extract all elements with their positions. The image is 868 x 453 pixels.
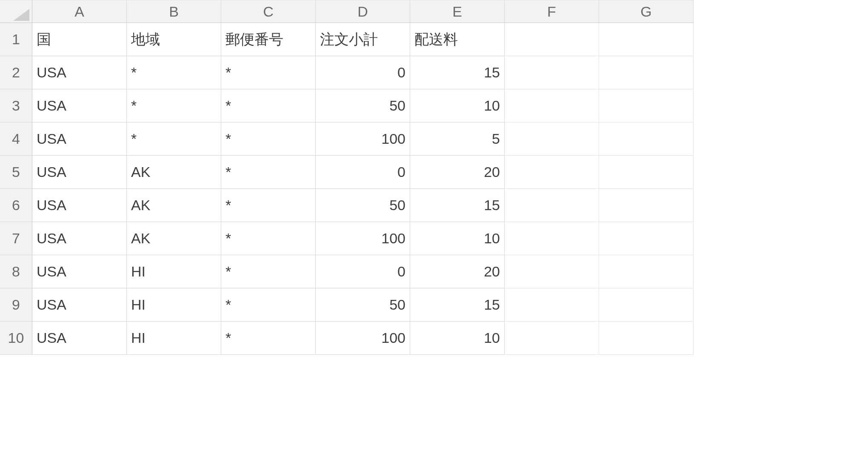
cell-F7[interactable] (505, 222, 599, 255)
cell-D10[interactable]: 100 (316, 322, 410, 355)
column-header-C[interactable]: C (221, 0, 316, 23)
row-header-5[interactable]: 5 (0, 156, 32, 189)
cell-E10[interactable]: 10 (410, 322, 505, 355)
cell-F8[interactable] (505, 255, 599, 288)
row-header-6[interactable]: 6 (0, 189, 32, 222)
cell-E8[interactable]: 20 (410, 255, 505, 288)
cell-A3[interactable]: USA (32, 89, 127, 123)
cell-F5[interactable] (505, 156, 599, 189)
cell-B6[interactable]: AK (127, 189, 221, 222)
cell-C7[interactable]: * (221, 222, 316, 255)
cell-D3[interactable]: 50 (316, 89, 410, 123)
cell-C2[interactable]: * (221, 56, 316, 89)
cell-E9[interactable]: 15 (410, 288, 505, 322)
cell-E7[interactable]: 10 (410, 222, 505, 255)
cell-G2[interactable] (599, 56, 694, 89)
cell-F3[interactable] (505, 89, 599, 123)
cell-C5[interactable]: * (221, 156, 316, 189)
cell-E6[interactable]: 15 (410, 189, 505, 222)
row-header-8[interactable]: 8 (0, 255, 32, 288)
cell-E5[interactable]: 20 (410, 156, 505, 189)
row-header-7[interactable]: 7 (0, 222, 32, 255)
cell-F1[interactable] (505, 23, 599, 56)
row-header-1[interactable]: 1 (0, 23, 32, 56)
row-header-2[interactable]: 2 (0, 56, 32, 89)
cell-B4[interactable]: * (127, 123, 221, 156)
cell-B8[interactable]: HI (127, 255, 221, 288)
table-row: 10 USA HI * 100 10 (0, 322, 868, 355)
cell-A7[interactable]: USA (32, 222, 127, 255)
cell-E4[interactable]: 5 (410, 123, 505, 156)
spreadsheet-grid[interactable]: A B C D E F G 1 国 地域 郵便番号 注文小計 配送料 2 USA… (0, 0, 868, 355)
cell-B7[interactable]: AK (127, 222, 221, 255)
cell-A1[interactable]: 国 (32, 23, 127, 56)
row-header-3[interactable]: 3 (0, 89, 32, 123)
cell-A2[interactable]: USA (32, 56, 127, 89)
table-row: 8 USA HI * 0 20 (0, 255, 868, 288)
cell-F6[interactable] (505, 189, 599, 222)
table-row: 5 USA AK * 0 20 (0, 156, 868, 189)
cell-C8[interactable]: * (221, 255, 316, 288)
cell-C6[interactable]: * (221, 189, 316, 222)
cell-F4[interactable] (505, 123, 599, 156)
table-row: 3 USA * * 50 10 (0, 89, 868, 123)
cell-G5[interactable] (599, 156, 694, 189)
table-row: 6 USA AK * 50 15 (0, 189, 868, 222)
cell-B1[interactable]: 地域 (127, 23, 221, 56)
cell-G7[interactable] (599, 222, 694, 255)
cell-B5[interactable]: AK (127, 156, 221, 189)
cell-D5[interactable]: 0 (316, 156, 410, 189)
cell-D2[interactable]: 0 (316, 56, 410, 89)
cell-A8[interactable]: USA (32, 255, 127, 288)
cell-F2[interactable] (505, 56, 599, 89)
cell-B3[interactable]: * (127, 89, 221, 123)
cell-B2[interactable]: * (127, 56, 221, 89)
cell-C3[interactable]: * (221, 89, 316, 123)
cell-D9[interactable]: 50 (316, 288, 410, 322)
column-header-B[interactable]: B (127, 0, 221, 23)
cell-E1[interactable]: 配送料 (410, 23, 505, 56)
cell-F10[interactable] (505, 322, 599, 355)
cell-E2[interactable]: 15 (410, 56, 505, 89)
cell-A6[interactable]: USA (32, 189, 127, 222)
cell-A5[interactable]: USA (32, 156, 127, 189)
cell-C10[interactable]: * (221, 322, 316, 355)
cell-C1[interactable]: 郵便番号 (221, 23, 316, 56)
cell-G1[interactable] (599, 23, 694, 56)
column-header-F[interactable]: F (505, 0, 599, 23)
table-row: 7 USA AK * 100 10 (0, 222, 868, 255)
cell-G10[interactable] (599, 322, 694, 355)
cell-G8[interactable] (599, 255, 694, 288)
cell-A4[interactable]: USA (32, 123, 127, 156)
cell-D6[interactable]: 50 (316, 189, 410, 222)
cell-G9[interactable] (599, 288, 694, 322)
cell-G6[interactable] (599, 189, 694, 222)
select-all-corner[interactable] (0, 0, 32, 23)
column-header-E[interactable]: E (410, 0, 505, 23)
column-header-G[interactable]: G (599, 0, 694, 23)
row-header-9[interactable]: 9 (0, 288, 32, 322)
cell-G4[interactable] (599, 123, 694, 156)
cell-C9[interactable]: * (221, 288, 316, 322)
cell-E3[interactable]: 10 (410, 89, 505, 123)
row-header-10[interactable]: 10 (0, 322, 32, 355)
cell-F9[interactable] (505, 288, 599, 322)
column-header-row: A B C D E F G (0, 0, 868, 23)
row-header-4[interactable]: 4 (0, 123, 32, 156)
cell-A9[interactable]: USA (32, 288, 127, 322)
table-row: 9 USA HI * 50 15 (0, 288, 868, 322)
cell-A10[interactable]: USA (32, 322, 127, 355)
table-row: 2 USA * * 0 15 (0, 56, 868, 89)
cell-B9[interactable]: HI (127, 288, 221, 322)
column-header-D[interactable]: D (316, 0, 410, 23)
table-row: 1 国 地域 郵便番号 注文小計 配送料 (0, 23, 868, 56)
cell-D7[interactable]: 100 (316, 222, 410, 255)
cell-D4[interactable]: 100 (316, 123, 410, 156)
cell-D1[interactable]: 注文小計 (316, 23, 410, 56)
cell-B10[interactable]: HI (127, 322, 221, 355)
cell-D8[interactable]: 0 (316, 255, 410, 288)
column-header-A[interactable]: A (32, 0, 127, 23)
cell-C4[interactable]: * (221, 123, 316, 156)
table-row: 4 USA * * 100 5 (0, 123, 868, 156)
cell-G3[interactable] (599, 89, 694, 123)
